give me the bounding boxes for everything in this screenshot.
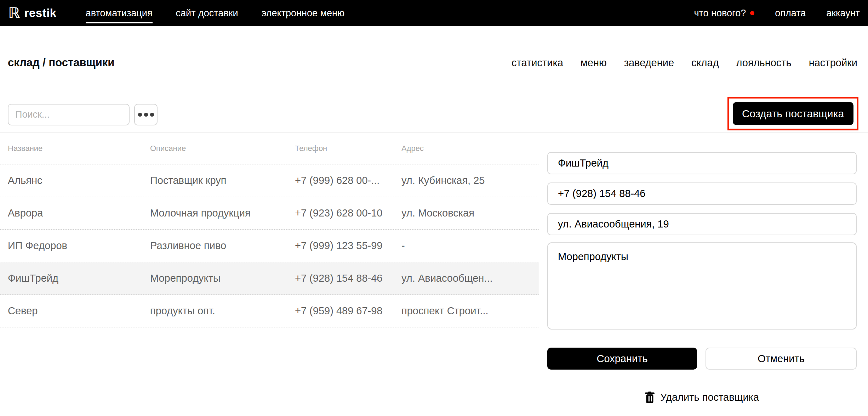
delete-supplier-label: Удалить поставщика xyxy=(660,392,759,403)
trash-icon xyxy=(645,392,655,403)
tab-warehouse[interactable]: склад xyxy=(691,56,719,69)
delete-supplier-button[interactable]: Удалить поставщика xyxy=(547,392,857,403)
tab-loyalty[interactable]: лояльность xyxy=(736,56,792,69)
section-tabs: статистикаменюзаведениескладлояльностьна… xyxy=(512,56,857,69)
search-input[interactable] xyxy=(8,104,130,125)
cell-name: Аврора xyxy=(8,207,150,219)
table-row[interactable]: Аврора Молочная продукция +7 (923) 628 0… xyxy=(0,197,539,230)
content-area: НазваниеОписаниеТелефонАдрес Альянс Пост… xyxy=(0,133,868,416)
column-header: Телефон xyxy=(295,144,401,153)
cancel-button[interactable]: Отменить xyxy=(706,348,857,370)
form-buttons: Сохранить Отменить xyxy=(547,348,857,370)
create-supplier-button[interactable]: Создать поставщика xyxy=(733,102,853,125)
cell-address: - xyxy=(401,240,539,252)
cell-phone: +7 (999) 123 55-99 xyxy=(295,240,401,252)
ellipsis-icon xyxy=(138,113,142,117)
nav-automation[interactable]: автоматизация xyxy=(86,0,153,26)
tab-menu[interactable]: меню xyxy=(581,56,607,69)
table-row[interactable]: Север продукты опт. +7 (959) 489 67-98 п… xyxy=(0,295,539,327)
cell-address: ул. Авиасообщен... xyxy=(401,272,539,284)
supplier-description-field[interactable]: Морепродукты xyxy=(547,242,857,330)
supplier-phone-field[interactable] xyxy=(547,182,857,205)
table-row[interactable]: Альянс Поставщик круп +7 (999) 628 00-..… xyxy=(0,164,539,197)
account-link[interactable]: аккаунт xyxy=(826,8,860,19)
cell-phone: +7 (959) 489 67-98 xyxy=(295,305,401,317)
save-button[interactable]: Сохранить xyxy=(547,348,697,370)
table-header-row: НазваниеОписаниеТелефонАдрес xyxy=(0,133,539,164)
more-options-button[interactable] xyxy=(134,104,158,125)
cell-phone: +7 (999) 628 00-... xyxy=(295,175,401,186)
table-row[interactable]: ИП Федоров Разливное пиво +7 (999) 123 5… xyxy=(0,230,539,262)
column-header: Название xyxy=(8,144,150,153)
cell-description: Молочная продукция xyxy=(150,207,295,219)
cell-description: Морепродукты xyxy=(150,272,295,284)
notification-dot-icon xyxy=(750,11,754,15)
cell-name: ФишТрейд xyxy=(8,272,150,284)
tab-venue[interactable]: заведение xyxy=(624,56,674,69)
restik-logo-icon: ℝ xyxy=(8,6,20,21)
suppliers-table: НазваниеОписаниеТелефонАдрес Альянс Пост… xyxy=(0,133,539,416)
cell-name: Север xyxy=(8,305,150,317)
column-header: Адрес xyxy=(401,144,539,153)
tab-settings[interactable]: настройки xyxy=(809,56,857,69)
cell-name: Альянс xyxy=(8,175,150,186)
cell-phone: +7 (928) 154 88-46 xyxy=(295,272,401,284)
payment-link[interactable]: оплата xyxy=(775,8,806,19)
topbar: ℝ restik автоматизациясайт доставкиэлект… xyxy=(0,0,868,26)
cell-address: проспект Строит... xyxy=(401,305,539,317)
brand-name: restik xyxy=(24,6,57,20)
topbar-right: что нового? оплата аккаунт xyxy=(694,8,860,19)
page-header: склад / поставщики статистикаменюзаведен… xyxy=(0,56,868,69)
annotation-highlight: Создать поставщика xyxy=(727,97,858,130)
nav-electronic-menu[interactable]: электронное меню xyxy=(262,0,345,26)
cell-address: ул. Московская xyxy=(401,207,539,219)
cell-name: ИП Федоров xyxy=(8,240,150,252)
cell-description: Разливное пиво xyxy=(150,240,295,252)
column-header: Описание xyxy=(150,144,295,153)
supplier-form: Морепродукты Сохранить Отменить Удали xyxy=(539,133,868,416)
topnav: автоматизациясайт доставкиэлектронное ме… xyxy=(86,0,344,26)
nav-delivery-site[interactable]: сайт доставки xyxy=(176,0,238,26)
restik-app-window: ℝ restik автоматизациясайт доставкиэлект… xyxy=(0,0,868,416)
page-title: склад / поставщики xyxy=(8,56,114,69)
cell-description: продукты опт. xyxy=(150,305,295,317)
cell-address: ул. Кубинская, 25 xyxy=(401,175,539,186)
supplier-name-field[interactable] xyxy=(547,152,857,174)
restik-logo[interactable]: ℝ restik xyxy=(8,6,57,21)
whats-new-link[interactable]: что нового? xyxy=(694,8,754,19)
cell-phone: +7 (923) 628 00-10 xyxy=(295,207,401,219)
supplier-address-field[interactable] xyxy=(547,213,857,235)
cell-description: Поставщик круп xyxy=(150,175,295,186)
table-row[interactable]: ФишТрейд Морепродукты +7 (928) 154 88-46… xyxy=(0,262,539,295)
tab-statistics[interactable]: статистика xyxy=(512,56,563,69)
